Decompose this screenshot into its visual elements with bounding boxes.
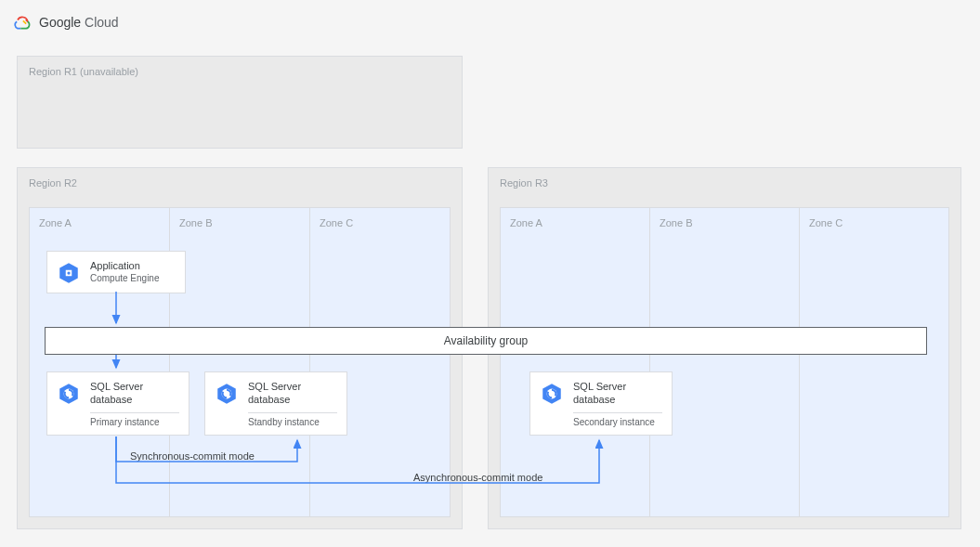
region-r1-box: Region R1 (unavailable)	[17, 56, 463, 149]
region-r3-zone-c: Zone C	[800, 207, 949, 517]
db-primary-role: Primary instance	[90, 412, 179, 427]
db-primary-text: SQL Server database Primary instance	[90, 380, 179, 427]
brand-text: Google Cloud	[39, 15, 119, 30]
db-standby-role: Standby instance	[248, 412, 337, 427]
asynchronous-label: Asynchronous-commit mode	[413, 472, 542, 483]
db-secondary-title: SQL Server database	[573, 380, 662, 407]
region-r3-label: Region R3	[500, 177, 949, 189]
region-r2-label: Region R2	[29, 177, 451, 189]
availability-group-label: Availability group	[444, 334, 529, 347]
application-title: Application	[90, 259, 176, 272]
region-r2-zone-b: Zone B	[170, 207, 310, 517]
db-standby-node: SQL Server database Standby instance	[204, 371, 347, 436]
db-primary-node: SQL Server database Primary instance	[46, 371, 189, 436]
db-secondary-node: SQL Server database Secondary instance	[529, 371, 673, 436]
sql-server-icon	[215, 382, 239, 406]
brand-light: Cloud	[85, 15, 119, 30]
db-secondary-text: SQL Server database Secondary instance	[573, 380, 662, 427]
application-node: Application Compute Engine	[46, 251, 186, 293]
region-r3-zone-a: Zone A	[500, 207, 650, 517]
db-standby-title: SQL Server database	[248, 380, 337, 407]
application-text: Application Compute Engine	[90, 259, 176, 283]
brand-bold: Google	[39, 15, 81, 30]
application-subtitle: Compute Engine	[90, 273, 176, 283]
db-standby-text: SQL Server database Standby instance	[248, 380, 337, 427]
zone-label: Zone C	[809, 217, 939, 228]
db-secondary-role: Secondary instance	[573, 412, 662, 427]
sql-server-icon	[57, 382, 81, 406]
svg-point-1	[67, 271, 70, 274]
compute-engine-icon	[57, 261, 81, 285]
region-r3-zones: Zone A Zone B Zone C	[500, 207, 949, 517]
region-r1-label: Region R1 (unavailable)	[29, 66, 451, 77]
sql-server-icon	[540, 382, 564, 406]
availability-group-box: Availability group	[45, 327, 927, 355]
db-primary-title: SQL Server database	[90, 380, 179, 407]
region-r3-zone-b: Zone B	[650, 207, 800, 517]
zone-label: Zone B	[660, 217, 790, 228]
header: Google Cloud	[0, 0, 980, 39]
zone-label: Zone A	[510, 217, 640, 228]
google-cloud-logo-icon	[13, 13, 32, 32]
zone-label: Zone C	[320, 217, 440, 228]
zone-label: Zone B	[179, 217, 300, 228]
synchronous-label: Synchronous-commit mode	[130, 450, 255, 462]
region-r2-zone-c: Zone C	[310, 207, 451, 517]
zone-label: Zone A	[39, 217, 160, 228]
